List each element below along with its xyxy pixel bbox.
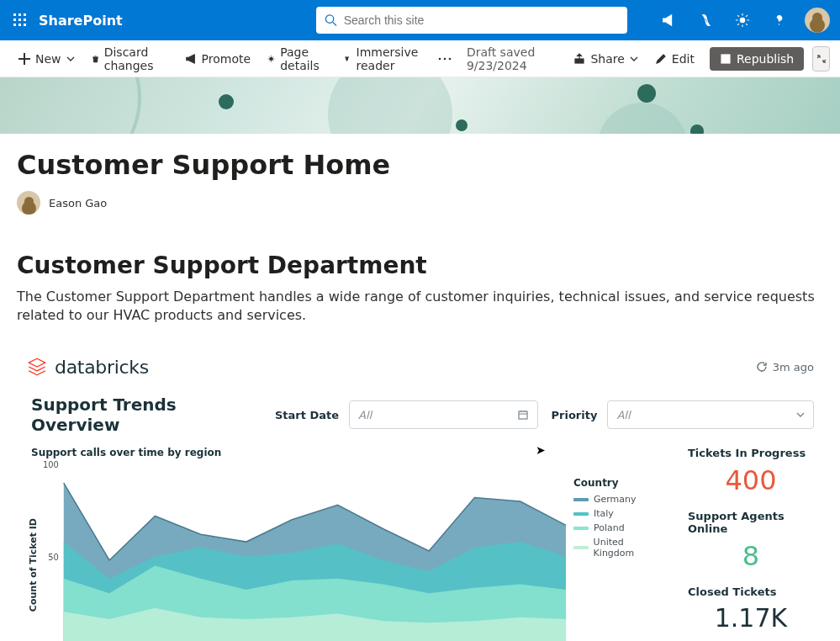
megaphone-icon[interactable] (652, 0, 685, 40)
svg-point-9 (325, 15, 333, 23)
promote-label: Promote (202, 52, 251, 66)
kpi-column: Tickets In Progress400Support Agents Onl… (688, 447, 814, 641)
y-axis-label: Count of Ticket ID (26, 518, 40, 612)
panel-title: Support Trends Overview (26, 395, 262, 435)
svg-point-16 (449, 57, 452, 60)
kpi-card: Closed Tickets1.17K (688, 585, 814, 633)
draft-status: Draft saved 9/23/2024 (457, 45, 566, 72)
section-body: The Customer Support Department handles … (17, 288, 823, 325)
legend-item: Italy (573, 506, 666, 521)
immersive-label: Immersive reader (357, 45, 425, 72)
promote-button[interactable]: Promote (177, 47, 260, 71)
search-input[interactable] (344, 13, 619, 27)
svg-rect-7 (18, 24, 21, 26)
chart-title: Support calls over time by region (31, 447, 674, 458)
kpi-value: 1.17K (688, 603, 814, 633)
kpi-label: Closed Tickets (688, 585, 814, 598)
legend-item: United Kingdom (573, 535, 666, 560)
page-details-label: Page details (280, 45, 326, 72)
share-button[interactable]: Share (565, 47, 646, 71)
republish-label: Republish (737, 52, 794, 66)
refresh-status[interactable]: 3m ago (756, 361, 814, 373)
waffle-icon[interactable] (7, 7, 34, 34)
svg-rect-1 (18, 13, 21, 16)
svg-point-13 (270, 57, 273, 61)
help-icon[interactable] (763, 0, 796, 40)
page-details-button[interactable]: Page details (259, 40, 335, 77)
priority-filter[interactable]: All (607, 400, 814, 429)
immersive-reader-button[interactable]: Immersive reader (335, 40, 433, 77)
svg-line-10 (333, 22, 336, 25)
svg-text:100: 100 (43, 460, 59, 469)
refresh-icon (756, 361, 768, 373)
legend-item: Germany (573, 492, 666, 506)
author-row: Eason Gao (17, 191, 823, 215)
edit-button[interactable]: Edit (647, 47, 703, 71)
app-name[interactable]: SharePoint (39, 13, 123, 29)
gear-icon[interactable] (726, 0, 759, 40)
edit-label: Edit (672, 52, 695, 66)
svg-rect-2 (24, 13, 26, 16)
kpi-label: Tickets In Progress (688, 447, 814, 459)
kpi-card: Tickets In Progress400 (688, 447, 814, 496)
databricks-logo: databricks (26, 356, 149, 378)
new-label: New (35, 52, 61, 66)
legend-title: Country (573, 477, 666, 489)
discard-label: Discard changes (104, 45, 168, 72)
calendar-icon (517, 409, 529, 421)
avatar[interactable] (805, 8, 830, 33)
author-name[interactable]: Eason Gao (49, 197, 107, 209)
chevron-down-icon (630, 55, 638, 63)
page-title: Customer Support Home (17, 149, 823, 181)
chevron-down-icon (66, 55, 75, 63)
hero-banner (0, 77, 840, 134)
svg-rect-8 (24, 24, 26, 26)
start-date-value: All (358, 409, 372, 421)
search-icon (325, 13, 337, 27)
databricks-icon (26, 356, 48, 378)
svg-point-11 (740, 18, 744, 22)
svg-rect-0 (13, 13, 16, 16)
svg-point-12 (779, 24, 779, 24)
more-button[interactable] (433, 52, 457, 66)
kpi-value: 8 (688, 540, 814, 572)
kpi-label: Support Agents Online (688, 510, 814, 535)
priority-value: All (616, 409, 630, 421)
author-avatar[interactable] (17, 191, 40, 215)
svg-point-15 (444, 57, 446, 60)
section-title: Customer Support Department (17, 252, 823, 279)
databricks-embed: databricks 3m ago Support Trends Overvie… (17, 350, 823, 641)
kpi-card: Support Agents Online8 (688, 510, 814, 572)
suite-bar: SharePoint (0, 0, 840, 40)
collapse-button[interactable] (812, 46, 830, 72)
republish-button[interactable]: Republish (710, 47, 804, 71)
svg-rect-3 (13, 19, 16, 21)
svg-rect-5 (24, 19, 26, 21)
share-label: Share (590, 52, 624, 66)
copilot-icon[interactable] (689, 0, 722, 40)
kpi-value: 400 (688, 464, 814, 496)
start-date-filter[interactable]: All (349, 400, 537, 429)
svg-point-14 (439, 57, 441, 60)
new-button[interactable]: New (10, 47, 83, 71)
start-date-label: Start Date (275, 409, 339, 421)
chart-container: Support calls over time by region Count … (26, 447, 674, 641)
svg-rect-19 (519, 411, 527, 419)
chevron-down-icon (796, 411, 805, 419)
svg-text:50: 50 (48, 553, 59, 562)
chart-legend: Country GermanyItalyPolandUnited Kingdom (573, 477, 666, 560)
legend-item: Poland (573, 521, 666, 535)
discard-button[interactable]: Discard changes (83, 40, 177, 77)
svg-rect-4 (18, 19, 21, 21)
command-bar: New Discard changes Promote Page details… (0, 40, 840, 77)
search-box[interactable] (316, 7, 627, 34)
page-canvas: Customer Support Home Eason Gao Customer… (0, 134, 840, 641)
svg-rect-6 (13, 24, 16, 26)
databricks-brand: databricks (55, 357, 149, 378)
refresh-time: 3m ago (773, 361, 814, 373)
priority-label: Priority (552, 409, 598, 421)
